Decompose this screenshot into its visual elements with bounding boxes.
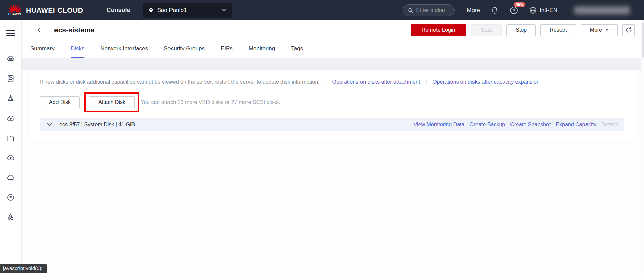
main-area: ecs-sistema Remote Login Start Stop Rest… [22, 20, 644, 273]
pyramid-icon [6, 94, 15, 103]
sidebar-item-cluster[interactable] [3, 210, 18, 225]
huawei-logo[interactable]: HUAWEI [8, 5, 21, 16]
create-backup-link[interactable]: Create Backup [469, 122, 505, 128]
folder-icon [6, 134, 15, 142]
nav-divider [567, 7, 567, 14]
content-gap [22, 58, 644, 70]
detail-tabbar: Summary Disks Network Interfaces Securit… [22, 39, 644, 58]
link-operations-after-attachment[interactable]: Operations on disks after attachment [332, 79, 420, 85]
new-badge: NEW [514, 2, 525, 7]
browser-status-bar: javascript:void(0); [0, 264, 47, 273]
brand-title: HUAWEI CLOUD [26, 6, 83, 14]
nav-more-link[interactable]: More [467, 7, 480, 14]
image-box-icon [6, 74, 15, 83]
cloud-server-icon [6, 54, 15, 63]
view-monitoring-data-link[interactable]: View Monitoring Data [414, 122, 465, 128]
svg-text:IP: IP [9, 196, 12, 199]
disk-toolbar: Add Disk Attach Disk You can attach 23 m… [40, 92, 624, 112]
search-input[interactable] [416, 7, 450, 13]
search-icon [408, 7, 413, 13]
chevron-down-icon [222, 9, 226, 12]
tab-eips[interactable]: EIPs [221, 39, 233, 58]
sidebar-item-auto-scaling[interactable] [3, 91, 18, 106]
disk-label: ecs-8f57 | System Disk | 41 GiB [59, 122, 135, 128]
sidebar-item-cce[interactable] [3, 150, 18, 165]
globe-icon [529, 6, 537, 14]
sidebar-item-storage[interactable] [3, 131, 18, 145]
tab-security-groups[interactable]: Security Groups [164, 39, 205, 58]
sidebar-item-eip[interactable]: IP [3, 190, 18, 205]
remote-login-button[interactable]: Remote Login [411, 24, 466, 36]
huawei-flower-icon [9, 5, 21, 13]
menu-toggle-button[interactable] [4, 26, 17, 40]
notifications-button[interactable] [491, 6, 499, 15]
back-chevron-icon [36, 27, 42, 33]
page-header: ecs-sistema Remote Login Start Stop Rest… [22, 20, 644, 39]
tab-network-interfaces[interactable]: Network Interfaces [100, 39, 148, 58]
add-disk-button[interactable]: Add Disk [40, 96, 80, 108]
sidebar-item-images[interactable] [3, 71, 18, 86]
more-button-label: More [590, 27, 602, 33]
disk-row: ecs-8f57 | System Disk | 41 GiB View Mon… [40, 118, 624, 131]
pipe-separator: | [325, 79, 327, 85]
console-link[interactable]: Console [107, 7, 130, 14]
cloud-pointer-icon [6, 153, 15, 162]
tab-disks[interactable]: Disks [71, 39, 85, 58]
notice-text: If new disks or disk additional capaciti… [40, 79, 320, 85]
global-search[interactable] [403, 4, 455, 16]
restart-button[interactable]: Restart [540, 24, 576, 36]
svg-text:?: ? [513, 8, 515, 13]
location-pin-icon [148, 7, 154, 14]
caret-down-icon [605, 29, 609, 31]
disks-panel: If new disks or disk additional capaciti… [30, 70, 635, 143]
disk-notice: If new disks or disk additional capaciti… [40, 79, 624, 85]
scrollbar-thumb[interactable] [642, 22, 644, 58]
sidebar-item-evs[interactable] [3, 111, 18, 126]
tab-tags[interactable]: Tags [291, 39, 303, 58]
locale-label[interactable]: Intl-EN [540, 7, 557, 14]
disk-actions: View Monitoring Data Create Backup Creat… [414, 122, 618, 128]
detach-link-disabled: Detach [601, 122, 618, 128]
ip-circle-icon: IP [6, 193, 15, 202]
hexagon-cluster-icon [6, 213, 15, 222]
expand-capacity-link[interactable]: Expand Capacity [556, 122, 596, 128]
chevron-down-icon [47, 123, 52, 127]
stop-button[interactable]: Stop [506, 24, 536, 36]
sidebar-item-ecs[interactable] [3, 51, 18, 66]
back-button[interactable] [35, 25, 43, 35]
sidebar-item-vpc[interactable] [3, 170, 18, 185]
create-snapshot-link[interactable]: Create Snapshot [510, 122, 551, 128]
left-sidebar: IP [0, 20, 22, 273]
expand-disk-toggle[interactable] [47, 123, 52, 127]
region-label: Sao Paulo1 [157, 7, 222, 14]
logo-caption: HUAWEI [8, 13, 21, 16]
refresh-button[interactable] [622, 24, 635, 36]
sidebar-divider [5, 44, 16, 44]
start-button[interactable]: Start [471, 24, 502, 36]
pipe-separator: | [426, 79, 427, 85]
bell-icon [491, 6, 499, 15]
more-button[interactable]: More [581, 24, 618, 36]
attach-disk-button[interactable]: Attach Disk [89, 96, 135, 108]
nav-divider [95, 7, 95, 14]
header-divider [48, 26, 48, 34]
attach-hint: You can attach 23 more VBD disks or 27 m… [141, 99, 280, 105]
tab-monitoring[interactable]: Monitoring [249, 39, 275, 58]
cloud-icon [6, 173, 15, 182]
link-operations-after-capacity-expansion[interactable]: Operations on disks after capacity expan… [432, 79, 539, 85]
help-icon: ? [509, 6, 518, 15]
help-button[interactable]: ? NEW [509, 6, 518, 15]
vertical-scrollbar[interactable] [641, 20, 644, 273]
tab-summary[interactable]: Summary [30, 39, 55, 58]
language-button[interactable]: Intl-EN [529, 6, 557, 14]
cloud-upload-icon [6, 114, 15, 123]
attach-disk-highlight-box: Attach Disk [84, 92, 139, 112]
page-title: ecs-sistema [54, 26, 94, 34]
top-navbar: HUAWEI HUAWEI CLOUD Console Sao Paulo1 M… [0, 0, 644, 20]
refresh-icon [625, 27, 632, 33]
region-selector[interactable]: Sao Paulo1 [143, 3, 232, 18]
account-name-blurred[interactable] [574, 6, 630, 14]
